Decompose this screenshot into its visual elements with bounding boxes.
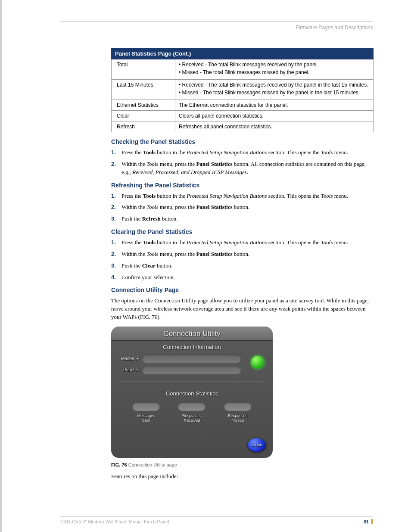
row-desc: • Received - The total Blink messages re…: [175, 59, 374, 80]
page-number: 81: [364, 519, 373, 524]
list-checking: 1. Press the Tools button in the Protect…: [111, 149, 373, 177]
table-row: Clear Clears all panel connection statis…: [112, 111, 374, 121]
footer-doc-title: NXD-CV5 5" Modero Wall/Flush Mount Touch…: [60, 519, 169, 524]
list-item: 4. Confirm your selection.: [111, 274, 373, 282]
table-row: Ethernet Statistics The Ethernet connect…: [112, 100, 374, 111]
document-page: Firmware Pages and Descriptions Panel St…: [0, 0, 411, 532]
table-title: Panel Statistics Page (Cont.): [112, 48, 374, 59]
row-label: Last 15 Minutes: [112, 80, 175, 100]
stats-row: MessagesSent ResponsesReceived Responses…: [111, 400, 273, 423]
header-rule: [60, 22, 373, 22]
heading-connection-utility: Connection Utility Page: [111, 286, 373, 293]
panel-statistics-table: Panel Statistics Page (Cont.) Total • Re…: [111, 48, 374, 132]
list-item: 1. Press the Tools button in the Protect…: [111, 149, 373, 157]
stat-value-field: [224, 402, 252, 411]
row-desc: Refreshes all panel connection statistic…: [175, 121, 374, 132]
figure-caption: FIG. 76 Connection Utility page: [111, 462, 373, 467]
figure-connection-utility: Connection Utility Connection Informatio…: [111, 327, 373, 458]
list-item: 3. Push the Refresh button.: [111, 215, 373, 223]
panel-ip-row: Panel IP: [111, 364, 273, 376]
list-item: 1. Press the Tools button in the Protect…: [111, 192, 373, 200]
row-desc: Clears all panel connection statistics.: [175, 111, 374, 121]
status-indicator-icon: [251, 356, 264, 369]
divider: [119, 381, 265, 382]
stat-messages-sent: MessagesSent: [129, 402, 163, 423]
connection-utility-panel: Connection Utility Connection Informatio…: [111, 327, 273, 458]
table-row: Refresh Refreshes all panel connection s…: [112, 121, 374, 132]
row-label: Ethernet Statistics: [112, 100, 175, 111]
features-intro: Features on this page include:: [111, 473, 373, 481]
page-footer: NXD-CV5 5" Modero Wall/Flush Mount Touch…: [60, 516, 373, 524]
stat-responses-received: ResponsesReceived: [174, 402, 209, 423]
row-desc: • Received - The total Blink messages re…: [175, 80, 374, 100]
list-clearing: 1. Press the Tools button in the Protect…: [111, 239, 373, 281]
header-section-title: Firmware Pages and Descriptions: [60, 25, 373, 31]
list-refreshing: 1. Press the Tools button in the Protect…: [111, 192, 373, 224]
master-ip-label: Master IP: [117, 356, 142, 361]
panel-ip-label: Panel IP: [117, 367, 142, 372]
master-ip-field[interactable]: [142, 355, 241, 363]
panel-ip-field[interactable]: [142, 366, 241, 374]
connection-stats-title: Connection Statistics: [111, 387, 273, 400]
master-ip-row: Master IP: [111, 353, 273, 364]
row-label: Clear: [112, 111, 175, 121]
panel-title: Connection Utility: [111, 327, 273, 341]
list-item: 3. Push the Clear button.: [111, 262, 373, 270]
stat-responses-missed: ResponsesMissed: [221, 402, 255, 423]
stat-value-field: [178, 402, 206, 411]
list-item: 1. Press the Tools button in the Protect…: [111, 239, 373, 247]
list-item: 2. Within the Tools menu, press the Pane…: [111, 250, 373, 258]
table-row: Last 15 Minutes • Received - The total B…: [112, 80, 374, 100]
stat-value-field: [132, 402, 160, 411]
list-item: 2. Within the Tools menu, press the Pane…: [111, 203, 373, 212]
table-row: Total • Received - The total Blink messa…: [112, 59, 374, 80]
close-button[interactable]: Close: [248, 438, 266, 452]
heading-clearing: Clearing the Panel Statistics: [111, 228, 373, 235]
row-label: Total: [112, 59, 175, 80]
list-item: 2. Within the Tools menu, press the Pane…: [111, 160, 373, 177]
connection-info-title: Connection Information: [111, 341, 273, 353]
row-label: Refresh: [112, 121, 175, 132]
heading-refreshing: Refreshing the Panel Statistics: [111, 182, 373, 189]
connection-utility-paragraph: The options on the Connection Utility pa…: [111, 297, 373, 321]
heading-checking: Checking the Panel Statistics: [111, 138, 373, 145]
row-desc: The Ethernet connection statistics for t…: [175, 100, 374, 111]
